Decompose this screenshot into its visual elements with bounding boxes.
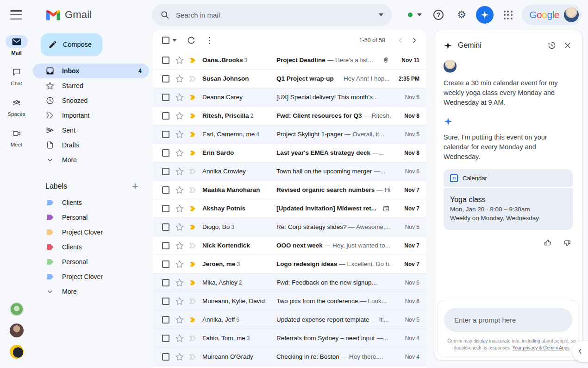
importance-marker-icon[interactable]	[189, 224, 197, 230]
row-checkbox[interactable]	[162, 75, 169, 82]
create-label-button[interactable]: +	[132, 181, 138, 191]
email-row[interactable]: Ritesh, Priscilla2 Fwd: Client resources…	[153, 107, 426, 125]
email-row[interactable]: Erin Sardo Last year's EMEA strategy dec…	[153, 144, 426, 162]
importance-marker-icon[interactable]	[189, 354, 197, 360]
older-page-button[interactable]	[407, 33, 421, 47]
star-icon[interactable]	[175, 56, 184, 65]
settings-button[interactable]: ⚙	[452, 6, 471, 24]
star-icon[interactable]	[175, 167, 184, 176]
contact-avatar-3[interactable]	[10, 345, 24, 359]
star-icon[interactable]	[175, 130, 184, 139]
importance-marker-icon[interactable]	[189, 187, 197, 193]
importance-marker-icon[interactable]	[189, 242, 197, 249]
sidebar-item-inbox[interactable]: Inbox 4	[33, 63, 149, 78]
star-icon[interactable]	[175, 334, 184, 343]
sidebar-item-snoozed[interactable]: Snoozed	[33, 93, 149, 108]
contact-avatar-2[interactable]	[10, 324, 24, 337]
contact-avatar-1[interactable]	[10, 302, 24, 316]
row-checkbox[interactable]	[162, 260, 169, 268]
importance-marker-icon[interactable]	[189, 261, 197, 267]
email-row[interactable]: Muireann O'Grady Checking in re: Boston—…	[153, 348, 426, 366]
row-checkbox[interactable]	[162, 94, 169, 101]
row-checkbox[interactable]	[162, 223, 169, 231]
row-checkbox[interactable]	[162, 279, 169, 286]
importance-marker-icon[interactable]	[189, 279, 197, 286]
search-input[interactable]	[176, 11, 379, 19]
rail-item-mail[interactable]: Mail	[6, 35, 28, 56]
rail-item-meet[interactable]: Meet	[6, 127, 28, 147]
email-row[interactable]: Fabio, Tom, me3 Referrals from Sydney – …	[153, 329, 426, 348]
email-row[interactable]: Diogo, Bo3 Re: Corp strategy slides?— Aw…	[153, 218, 426, 236]
close-panel-button[interactable]	[560, 38, 575, 53]
importance-marker-icon[interactable]	[189, 131, 197, 138]
row-checkbox[interactable]	[162, 149, 169, 157]
search-options-caret-icon[interactable]	[379, 13, 383, 16]
sidebar-item-starred[interactable]: Starred	[33, 78, 149, 93]
label-item[interactable]: Project Clover	[33, 225, 153, 240]
star-icon[interactable]	[175, 185, 184, 195]
row-checkbox[interactable]	[162, 205, 169, 212]
importance-marker-icon[interactable]	[189, 168, 197, 175]
rail-item-chat[interactable]: Chat	[6, 66, 28, 86]
thumbs-down-button[interactable]	[563, 238, 572, 247]
email-row[interactable]: Jeroen, me3 Logo redesign ideas— Excelle…	[153, 255, 426, 273]
email-row[interactable]: Maalika Manoharan Revised organic search…	[153, 181, 426, 199]
label-item[interactable]: Project Clover	[33, 269, 153, 284]
search-bar[interactable]	[152, 4, 392, 26]
importance-marker-icon[interactable]	[189, 76, 197, 82]
importance-marker-icon[interactable]	[189, 94, 197, 101]
email-row[interactable]: Nick Kortendick OOO next week— Hey, just…	[153, 236, 426, 255]
row-checkbox[interactable]	[162, 186, 169, 194]
row-checkbox[interactable]	[162, 316, 169, 324]
presence-status[interactable]	[408, 13, 422, 17]
row-checkbox[interactable]	[162, 57, 169, 64]
label-item[interactable]: Clients	[33, 195, 153, 210]
star-icon[interactable]	[175, 241, 184, 250]
sidebar-item-more[interactable]: More	[33, 152, 149, 167]
sidebar-item-drafts[interactable]: Drafts	[33, 138, 149, 152]
star-icon[interactable]	[175, 315, 184, 324]
select-options-caret-icon[interactable]	[172, 39, 177, 42]
email-row[interactable]: Susan Johnson Q1 Project wrap-up— Hey An…	[153, 70, 426, 88]
gemini-toggle-button[interactable]	[475, 6, 494, 24]
star-icon[interactable]	[175, 74, 184, 83]
label-item[interactable]: Personal	[33, 210, 153, 225]
history-button[interactable]	[544, 38, 560, 53]
user-avatar[interactable]	[564, 7, 579, 22]
importance-marker-icon[interactable]	[189, 57, 197, 63]
email-row[interactable]: Annika, Jeff6 Updated expense report tem…	[153, 311, 426, 329]
row-checkbox[interactable]	[162, 353, 169, 361]
calendar-event-card[interactable]: 31 Calendar Yoga class Mon, Jan 20 · 9:0…	[444, 169, 573, 230]
email-row[interactable]: Annika Crowley Town hall on the upcoming…	[153, 162, 426, 181]
label-item[interactable]: Personal	[33, 254, 153, 269]
star-icon[interactable]	[175, 111, 184, 121]
importance-marker-icon[interactable]	[189, 113, 197, 119]
email-row[interactable]: Oana..Brooks3 Project Deadline— Here's a…	[153, 51, 426, 70]
row-checkbox[interactable]	[162, 298, 169, 305]
row-checkbox[interactable]	[162, 242, 169, 249]
email-row[interactable]: Akshay Potnis [Updated invitation] Midwe…	[153, 199, 426, 218]
google-apps-button[interactable]	[499, 6, 517, 24]
importance-marker-icon[interactable]	[189, 298, 197, 305]
star-icon[interactable]	[175, 204, 184, 213]
star-icon[interactable]	[175, 278, 184, 287]
email-row[interactable]: Earl, Cameron, me4 Project Skylight 1-pa…	[153, 125, 426, 144]
importance-marker-icon[interactable]	[189, 317, 197, 323]
gmail-logo[interactable]: Gmail	[46, 9, 92, 21]
importance-marker-icon[interactable]	[189, 150, 197, 156]
email-row[interactable]: Mika, Ashley2 Fwd: Feedback on the new s…	[153, 273, 426, 292]
star-icon[interactable]	[175, 260, 184, 269]
compose-button[interactable]: Compose	[41, 33, 102, 56]
label-item[interactable]: Clients	[33, 240, 153, 254]
star-icon[interactable]	[175, 148, 184, 158]
prompt-input[interactable]	[444, 308, 572, 332]
star-icon[interactable]	[175, 352, 184, 362]
thumbs-up-button[interactable]	[543, 238, 552, 247]
rail-item-spaces[interactable]: Spaces	[6, 96, 28, 117]
newer-page-button[interactable]	[394, 33, 407, 47]
importance-marker-icon[interactable]	[189, 205, 197, 212]
star-icon[interactable]	[175, 297, 184, 306]
refresh-button[interactable]	[183, 32, 199, 48]
email-row[interactable]: Deanna Carey [UX] Special delivery! This…	[153, 88, 426, 107]
main-menu-button[interactable]	[10, 10, 22, 19]
